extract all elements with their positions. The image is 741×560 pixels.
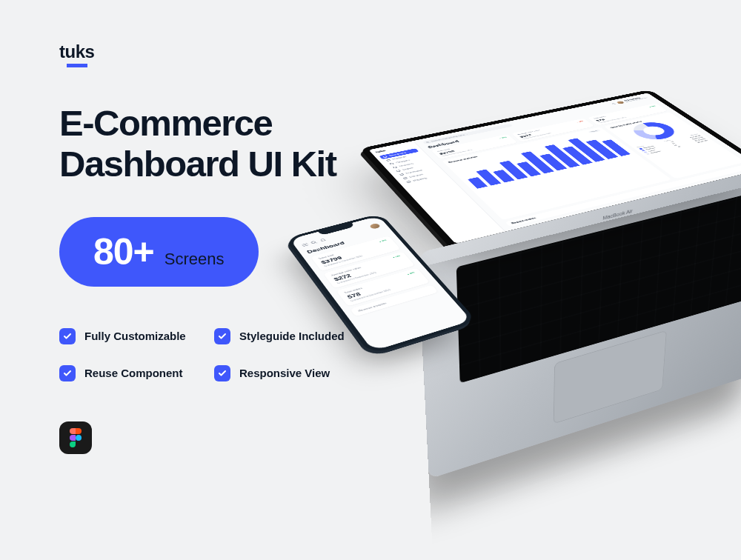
screens-count-label: Screens xyxy=(165,250,225,269)
sidebar-label: Shipping xyxy=(412,177,428,181)
screens-count-pill: 80+ Screens xyxy=(59,217,259,287)
check-icon xyxy=(214,365,230,381)
headline: E-Commerce Dashboard UI Kit xyxy=(59,103,378,184)
sidebar-icon xyxy=(389,162,393,164)
feature-text: Responsive View xyxy=(239,367,330,379)
sidebar-icon xyxy=(386,159,391,161)
feature-item: Responsive View xyxy=(214,365,356,381)
figma-icon xyxy=(59,421,92,454)
brand-accent-bar xyxy=(67,64,87,67)
feature-text: Fully Customizable xyxy=(84,330,186,342)
screens-count-number: 80+ xyxy=(93,233,154,270)
svg-point-0 xyxy=(76,435,82,441)
bell-icon xyxy=(611,103,616,105)
brand-name: tuks xyxy=(59,43,94,61)
sidebar-icon xyxy=(393,166,397,168)
sidebar-icon xyxy=(402,177,408,179)
feature-item: Fully Customizable xyxy=(59,328,201,344)
brand-logo: tuks xyxy=(59,43,94,67)
avatar xyxy=(616,101,625,104)
check-icon xyxy=(214,328,230,344)
legend-swatch xyxy=(645,153,649,155)
search-icon xyxy=(425,141,430,144)
feature-item: Reuse Component xyxy=(59,365,201,381)
feature-text: Reuse Component xyxy=(84,367,183,379)
sidebar-icon xyxy=(406,181,411,183)
check-icon xyxy=(59,365,76,381)
feature-text: Styleguide Included xyxy=(239,330,345,342)
sidebar-icon xyxy=(399,173,405,176)
recent-orders-title: Recent orders xyxy=(511,216,536,224)
feature-list: Fully Customizable Styleguide Included R… xyxy=(59,328,356,381)
svg-point-1 xyxy=(426,141,429,143)
sidebar-icon xyxy=(382,156,387,158)
laptop-mockup: tuks DashboardProductsCategoryInventoryO… xyxy=(359,90,741,250)
legend-orders: 25 xyxy=(677,146,682,147)
feature-item: Styleguide Included xyxy=(214,328,356,344)
sidebar-icon xyxy=(396,170,401,172)
check-icon xyxy=(59,328,76,344)
